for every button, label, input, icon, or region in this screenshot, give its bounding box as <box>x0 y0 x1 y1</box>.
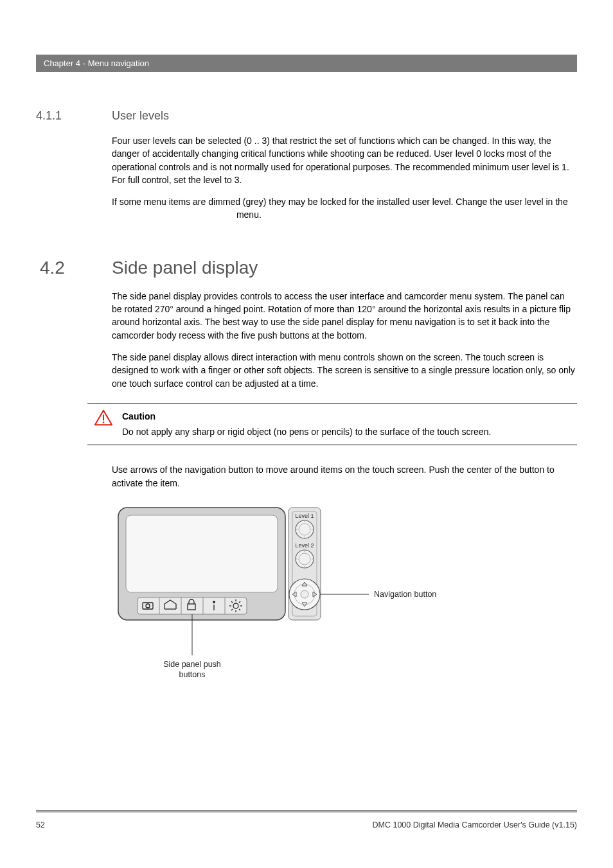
text: menu. <box>236 209 262 220</box>
section-4-1-1-body: Four user levels can be selected (0 .. 3… <box>112 134 577 222</box>
paragraph: If some menu items are dimmed (grey) the… <box>112 195 577 222</box>
section-number: 4.1.1 <box>36 109 112 123</box>
section-title: Side panel display <box>112 258 258 278</box>
section-4-2-body: The side panel display provides controls… <box>112 290 577 390</box>
footer-rule <box>36 810 577 813</box>
svg-text:buttons: buttons <box>179 670 205 679</box>
caution-icon <box>94 409 113 427</box>
paragraph: The side panel display allows direct int… <box>112 351 577 390</box>
svg-point-28 <box>296 520 314 538</box>
svg-text:Side panel push: Side panel push <box>163 660 221 669</box>
svg-rect-4 <box>126 515 278 592</box>
section-4-2-header: 4.2 Side panel display <box>36 258 577 278</box>
caution-label: Caution <box>122 410 577 423</box>
section-title: User levels <box>112 109 169 123</box>
page-footer: 52 DMC 1000 Digital Media Camcorder User… <box>36 820 577 829</box>
paragraph: Use arrows of the navigation button to m… <box>112 463 577 490</box>
svg-text:Level 2: Level 2 <box>295 542 314 549</box>
side-panel-figure: Level 1 Level 2 <box>112 501 577 690</box>
svg-point-2 <box>103 421 105 423</box>
doc-title: DMC 1000 Digital Media Camcorder User's … <box>373 820 577 829</box>
svg-point-35 <box>296 550 314 568</box>
text: If some menu items are dimmed (grey) the… <box>112 197 568 207</box>
svg-point-43 <box>301 590 308 598</box>
paragraph: The side panel display provides controls… <box>112 290 577 342</box>
section-4-1-1-header: 4.1.1 User levels <box>36 109 577 123</box>
section-4-2-body-2: Use arrows of the navigation button to m… <box>112 463 577 490</box>
svg-point-14 <box>213 601 215 603</box>
chapter-bar: Chapter 4 - Menu navigation <box>36 55 577 72</box>
paragraph: Four user levels can be selected (0 .. 3… <box>112 134 577 186</box>
svg-text:Navigation button: Navigation button <box>374 590 436 599</box>
svg-text:Level 1: Level 1 <box>295 513 314 519</box>
caution-box: Caution Do not apply any sharp or rigid … <box>87 403 577 446</box>
page-number: 52 <box>36 820 45 829</box>
caution-text: Do not apply any sharp or rigid object (… <box>122 427 491 437</box>
section-number: 4.2 <box>36 258 112 278</box>
